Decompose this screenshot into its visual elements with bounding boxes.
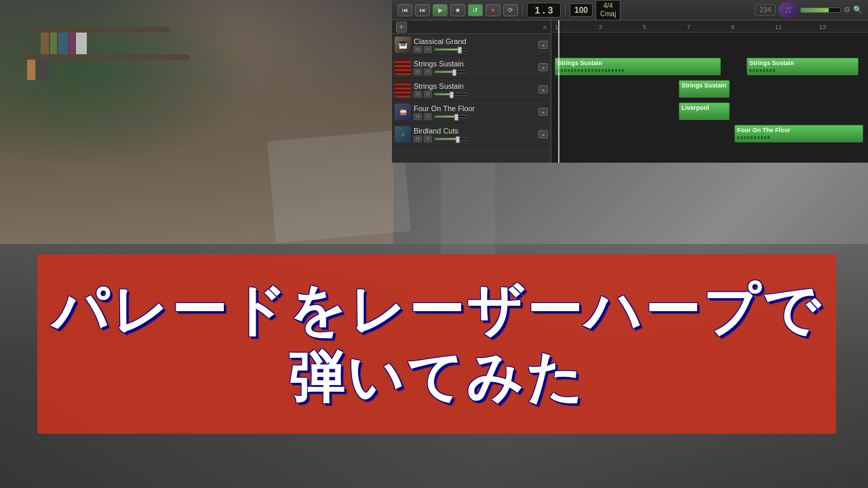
track-row: 🎹 Classical Grand M H ● xyxy=(392,34,551,56)
time-sig-key: Cmaj xyxy=(600,10,616,18)
headphone-icon[interactable]: H xyxy=(424,68,432,75)
time-signature-display[interactable]: 4/4 Cmaj xyxy=(595,0,620,20)
track-icon-drums: 🥁 xyxy=(395,104,411,120)
banner-text: パレードをレーザーハープで 弾いてみた xyxy=(52,277,822,411)
separator-1 xyxy=(522,5,523,16)
stop-button[interactable]: ■ xyxy=(450,4,465,16)
clip-notes xyxy=(735,135,863,140)
track-mute-button[interactable]: ● xyxy=(538,130,548,138)
track-controls: M H xyxy=(414,113,536,120)
midi-clip-four-on-floor[interactable]: Four On The Floor xyxy=(734,125,863,142)
mute-icon[interactable]: M xyxy=(414,113,422,120)
track-info: Birdland Cuts M H xyxy=(414,127,536,142)
bpm-display[interactable]: 100 xyxy=(570,3,593,17)
settings-icon[interactable]: ⚙ xyxy=(844,5,850,14)
clip-name: Liverpool xyxy=(679,103,729,113)
rewind-button[interactable]: ⏮ xyxy=(397,4,412,16)
arrange-area: 1 3 5 7 9 11 13 Strings Sustain Strings … xyxy=(551,20,868,163)
track-volume-slider[interactable] xyxy=(434,70,468,73)
track-row: 🥁 Four On The Floor M H ● xyxy=(392,101,551,123)
track-info: Strings Sustain M H xyxy=(414,60,536,75)
arrange-track-row-3: Strings Sustain xyxy=(551,77,868,100)
headphone-icon[interactable]: H xyxy=(424,136,432,142)
clip-name: Four On The Floor xyxy=(735,125,863,135)
track-volume-slider[interactable] xyxy=(434,48,468,51)
smart-controls-icon[interactable]: ≡ xyxy=(543,24,547,30)
master-volume-bar[interactable] xyxy=(800,7,841,13)
time-sig-top: 4/4 xyxy=(604,2,613,10)
track-info: Classical Grand M H xyxy=(414,37,536,53)
clip-notes xyxy=(555,68,720,73)
mute-icon[interactable]: M xyxy=(414,136,422,142)
track-row: ♪ Birdland Cuts M H ● xyxy=(392,123,551,146)
track-controls: M H xyxy=(414,68,536,75)
track-name: Strings Sustain xyxy=(414,60,536,68)
headphone-icon[interactable]: H xyxy=(424,91,432,98)
track-mute-button[interactable]: ● xyxy=(538,63,548,71)
arrange-track-row-2: Strings Sustain Strings Sustain xyxy=(551,55,868,77)
ruler-mark-3: 3 xyxy=(599,24,602,30)
track-volume-slider[interactable] xyxy=(434,115,468,118)
track-name: Birdland Cuts xyxy=(414,127,536,135)
tempo-display[interactable]: 1 . 3 xyxy=(527,3,561,18)
track-controls: M H xyxy=(414,91,536,98)
search-icon[interactable]: 🔍 xyxy=(853,5,863,14)
arrange-track-row-4: Liverpool xyxy=(551,100,868,122)
play-cursor xyxy=(558,20,559,163)
headphone-icon[interactable]: H xyxy=(424,46,432,53)
track-name: Strings Sustain xyxy=(414,82,536,90)
ruler-mark-5: 5 xyxy=(643,24,646,30)
track-panel: + ≡ 🎹 Classical Grand M H ● xyxy=(392,20,551,163)
add-track-button[interactable]: + xyxy=(396,22,407,33)
arrange-track-row-5: Four On The Floor xyxy=(551,122,868,144)
track-icon-strings-2 xyxy=(395,81,411,98)
transport-bar: ⏮ ⏭ ▶ ■ ↺ ● ⟳ 1 . 3 100 4/4 Cmaj 234 🎵 ⚙… xyxy=(392,0,868,20)
track-info: Four On The Floor M H xyxy=(414,104,536,120)
midi-clip-strings-2[interactable]: Strings Sustain xyxy=(679,80,730,98)
mute-icon[interactable]: M xyxy=(414,68,422,75)
master-volume xyxy=(800,7,841,13)
ruler-mark-7: 7 xyxy=(687,24,690,30)
track-row: Strings Sustain M H ● xyxy=(392,56,551,79)
record-button[interactable]: ● xyxy=(486,4,500,16)
track-icon-audio: ♪ xyxy=(395,126,411,142)
play-button[interactable]: ▶ xyxy=(433,4,448,16)
headphone-icon[interactable]: H xyxy=(424,113,432,120)
track-volume-slider[interactable] xyxy=(434,93,468,96)
banner-line-2: 弾いてみた xyxy=(52,344,822,411)
track-name: Four On The Floor xyxy=(414,104,536,113)
clip-name: Strings Sustain xyxy=(679,81,729,90)
mute-icon[interactable]: M xyxy=(414,46,422,53)
clip-name: Strings Sustain xyxy=(747,58,858,68)
master-volume-fill xyxy=(801,8,829,12)
track-controls: M H xyxy=(414,46,536,53)
track-panel-header: + ≡ xyxy=(392,20,551,34)
midi-clip-strings-sustain-1[interactable]: Strings Sustain xyxy=(555,58,721,75)
midi-clip-strings-sustain-2[interactable]: Strings Sustain xyxy=(747,58,859,75)
track-controls: M H xyxy=(414,136,536,142)
loop-button[interactable]: ↺ xyxy=(468,4,483,16)
title-banner: パレードをレーザーハープで 弾いてみた xyxy=(37,254,836,434)
track-icon-piano: 🎹 xyxy=(395,37,411,53)
track-row: Strings Sustain M H ● xyxy=(392,79,551,101)
banner-line-1: パレードをレーザーハープで xyxy=(52,277,822,344)
midi-clip-liverpool[interactable]: Liverpool xyxy=(679,102,730,120)
mute-icon[interactable]: M xyxy=(414,91,422,98)
ruler-mark-9: 9 xyxy=(731,24,734,30)
fast-forward-button[interactable]: ⏭ xyxy=(415,4,430,16)
track-volume-slider[interactable] xyxy=(434,138,468,140)
track-icon-strings xyxy=(395,59,411,75)
arrange-ruler: 1 3 5 7 9 11 13 xyxy=(551,20,868,33)
track-mute-button[interactable]: ● xyxy=(538,85,548,94)
track-mute-button[interactable]: ● xyxy=(538,108,548,116)
clip-name: Strings Sustain xyxy=(555,58,720,68)
clip-notes xyxy=(747,68,858,73)
track-name: Classical Grand xyxy=(414,37,536,45)
note-count-display: 234 xyxy=(755,4,776,16)
track-mute-button[interactable]: ● xyxy=(538,41,548,49)
cycle-button[interactable]: ⟳ xyxy=(503,4,518,16)
ruler-mark-13: 13 xyxy=(819,24,826,30)
separator-2 xyxy=(565,5,566,16)
avatar-button[interactable]: 🎵 xyxy=(778,2,797,18)
arrange-track-row-1 xyxy=(551,33,868,55)
